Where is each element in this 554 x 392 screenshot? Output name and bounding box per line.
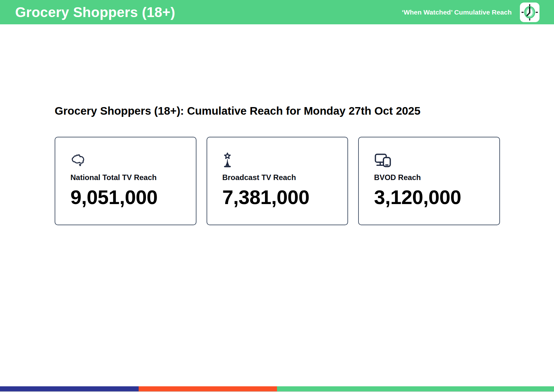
screens-devices-icon bbox=[374, 153, 484, 168]
card-label: National Total TV Reach bbox=[70, 173, 181, 182]
kpi-card-bvod: BVOD Reach 3,120,000 bbox=[358, 137, 500, 225]
card-label: BVOD Reach bbox=[374, 173, 484, 182]
main-content: Grocery Shoppers (18+): Cumulative Reach… bbox=[0, 104, 554, 225]
app-title: Grocery Shoppers (18+) bbox=[15, 4, 175, 20]
header-bar: Grocery Shoppers (18+) ‘When Watched’ Cu… bbox=[0, 0, 554, 24]
page-title: Grocery Shoppers (18+): Cumulative Reach… bbox=[55, 104, 500, 118]
card-label: Broadcast TV Reach bbox=[222, 173, 333, 182]
card-value: 3,120,000 bbox=[374, 186, 484, 208]
card-value: 9,051,000 bbox=[70, 186, 181, 208]
kpi-card-broadcast-tv: Broadcast TV Reach 7,381,000 bbox=[207, 137, 348, 225]
footer-color-bar bbox=[0, 386, 554, 392]
broadcast-tower-icon bbox=[222, 153, 333, 168]
header-right-group: ‘When Watched’ Cumulative Reach bbox=[402, 3, 539, 22]
card-value: 7,381,000 bbox=[222, 186, 333, 208]
kpi-card-national-total-tv: National Total TV Reach 9,051,000 bbox=[55, 137, 196, 225]
footer-segment-green bbox=[277, 386, 554, 391]
footer-segment-navy bbox=[0, 386, 139, 391]
australia-map-icon bbox=[70, 153, 181, 168]
footer-segment-orange bbox=[139, 386, 277, 391]
footer-bar bbox=[0, 386, 554, 391]
header-tagline: ‘When Watched’ Cumulative Reach bbox=[402, 9, 512, 16]
clock-logo-icon bbox=[520, 3, 539, 22]
kpi-card-row: National Total TV Reach 9,051,000 Broadc… bbox=[55, 137, 500, 225]
